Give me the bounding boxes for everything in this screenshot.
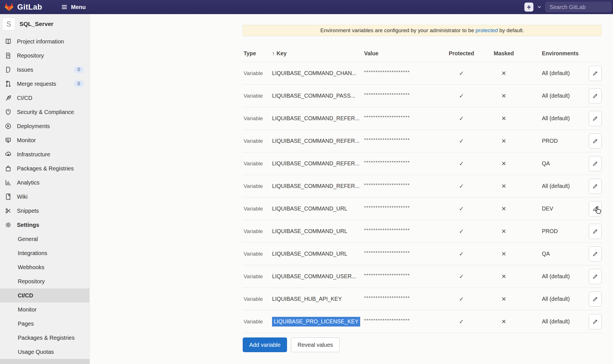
gitlab-logo-text: GitLab (17, 3, 42, 12)
settings-subitem-repository[interactable]: Repository (0, 274, 89, 288)
variable-value-masked: ******************** (364, 318, 440, 324)
variable-key: LIQUIBASE_COMMAND_PASS... (272, 93, 364, 99)
variable-row: Variable LIQUIBASE_PRO_LICENSE_KEY *****… (243, 310, 602, 333)
sidebar-item-settings[interactable]: Settings (0, 218, 89, 232)
sidebar-item-snippets[interactable]: Snippets (0, 204, 89, 218)
variable-key: LIQUIBASE_COMMAND_REFER... (272, 115, 364, 122)
masked-x-icon: ✕ (483, 115, 525, 122)
variable-row: Variable LIQUIBASE_COMMAND_REFER... ****… (243, 152, 602, 175)
col-header-value: Value (364, 50, 440, 57)
edit-variable-button[interactable] (589, 269, 602, 284)
project-header[interactable]: S SQL_Server (0, 14, 89, 34)
sidebar-item-ci-cd[interactable]: CI/CD (0, 91, 89, 105)
ci-cd-icon (5, 94, 12, 102)
sidebar-item-repository[interactable]: Repository (0, 49, 89, 63)
masked-x-icon: ✕ (483, 205, 525, 212)
protected-check-icon: ✓ (440, 70, 483, 77)
edit-variable-button[interactable] (589, 133, 602, 149)
infrastructure-icon (5, 151, 12, 158)
variable-value-masked: ******************** (364, 205, 440, 211)
add-variable-button[interactable]: Add variable (243, 337, 287, 352)
settings-subitem-monitor[interactable]: Monitor (0, 302, 89, 317)
gitlab-cicd-variables-page: { "navbar": { "logo_text": "GitLab", "me… (0, 0, 613, 364)
edit-variable-button[interactable] (589, 291, 602, 307)
reveal-values-button[interactable]: Reveal values (291, 337, 340, 352)
settings-subitem-usage-quotas[interactable]: Usage Quotas (0, 345, 89, 359)
variable-environments: PROD (525, 138, 589, 144)
chevron-down-icon[interactable] (537, 5, 542, 10)
search-input[interactable] (545, 2, 611, 12)
variable-row: Variable LIQUIBASE_COMMAND_REFER... ****… (243, 175, 602, 198)
protected-check-icon: ✓ (440, 138, 483, 144)
protected-check-icon: ✓ (440, 93, 483, 99)
packages-registries-icon (5, 165, 12, 172)
variable-row: Variable LIQUIBASE_COMMAND_REFER... ****… (243, 107, 602, 130)
protected-check-icon: ✓ (440, 160, 483, 167)
edit-variable-button[interactable] (589, 179, 602, 194)
variable-type: Variable (243, 228, 272, 234)
settings-subitem-general[interactable]: General (0, 232, 89, 246)
edit-variable-button[interactable] (589, 111, 602, 126)
project-avatar: S (2, 17, 15, 30)
settings-subitem-integrations[interactable]: Integrations (0, 246, 89, 260)
masked-x-icon: ✕ (483, 138, 525, 144)
variable-value-masked: ******************** (364, 295, 440, 301)
masked-x-icon: ✕ (483, 228, 525, 235)
variable-type: Variable (243, 161, 272, 167)
security-compliance-icon (5, 108, 12, 116)
navbar-right-group: + (524, 2, 613, 12)
new-item-plus-button[interactable]: + (524, 3, 533, 12)
settings-subitem-pages[interactable]: Pages (0, 317, 89, 331)
variable-type: Variable (243, 319, 272, 325)
edit-variable-button[interactable] (589, 314, 602, 329)
masked-x-icon: ✕ (483, 183, 525, 190)
edit-variable-button[interactable] (589, 156, 602, 171)
edit-variable-button[interactable] (589, 224, 602, 239)
variable-key: LIQUIBASE_COMMAND_URL (272, 251, 364, 257)
sidebar-item-packages-registries[interactable]: Packages & Registries (0, 161, 89, 176)
wiki-icon (5, 193, 12, 200)
sidebar-item-merge-requests[interactable]: Merge requests 0 (0, 77, 89, 91)
edit-variable-button[interactable] (589, 246, 602, 262)
variable-row: Variable LIQUIBASE_COMMAND_CHAN... *****… (243, 62, 602, 85)
protected-check-icon: ✓ (440, 205, 483, 212)
variable-environments: All (default) (525, 93, 589, 99)
gitlab-logo[interactable]: GitLab (0, 3, 42, 12)
sidebar-item-security-compliance[interactable]: Security & Compliance (0, 105, 89, 119)
sidebar-item-issues[interactable]: Issues 0 (0, 63, 89, 77)
protected-check-icon: ✓ (440, 228, 483, 235)
gitlab-tanuki-icon (5, 3, 14, 12)
menu-button[interactable]: Menu (61, 4, 86, 10)
sidebar-item-wiki[interactable]: Wiki (0, 190, 89, 204)
edit-variable-button[interactable] (589, 66, 602, 81)
sidebar-item-project-information[interactable]: Project information (0, 34, 89, 49)
masked-x-icon: ✕ (483, 318, 525, 325)
count-badge: 0 (74, 80, 84, 87)
variable-value-masked: ******************** (364, 137, 440, 143)
top-navbar: GitLab Menu + (0, 0, 613, 14)
settings-subitem-packages-registries[interactable]: Packages & Registries (0, 331, 89, 345)
settings-subitem-ci-cd[interactable]: CI/CD (0, 288, 89, 302)
variable-type: Variable (243, 138, 272, 144)
variable-environments: QA (525, 160, 589, 167)
edit-variable-button[interactable] (589, 201, 602, 216)
variable-row: Variable LIQUIBASE_HUB_API_KEY *********… (243, 288, 602, 310)
hamburger-icon (61, 4, 68, 10)
sidebar-item-deployments[interactable]: Deployments (0, 119, 89, 133)
edit-variable-button[interactable] (589, 88, 602, 104)
banner-text-before: Environment variables are configured by … (320, 27, 474, 34)
sort-ascending-icon: ↑ (272, 50, 275, 56)
protected-link[interactable]: protected (476, 27, 498, 34)
settings-icon (5, 221, 12, 229)
settings-subitem-webhooks[interactable]: Webhooks (0, 260, 89, 274)
analytics-icon (5, 179, 12, 186)
col-header-key[interactable]: ↑Key (272, 50, 364, 57)
sidebar-bottom-strip (0, 359, 90, 364)
sidebar-item-monitor[interactable]: Monitor (0, 133, 89, 147)
masked-x-icon: ✕ (483, 296, 525, 302)
banner-text-after: by default. (499, 27, 524, 34)
count-badge: 0 (74, 66, 84, 73)
sidebar-item-infrastructure[interactable]: Infrastructure (0, 147, 89, 161)
sidebar-item-analytics[interactable]: Analytics (0, 176, 89, 190)
variable-key: LIQUIBASE_COMMAND_USER... (272, 273, 364, 280)
